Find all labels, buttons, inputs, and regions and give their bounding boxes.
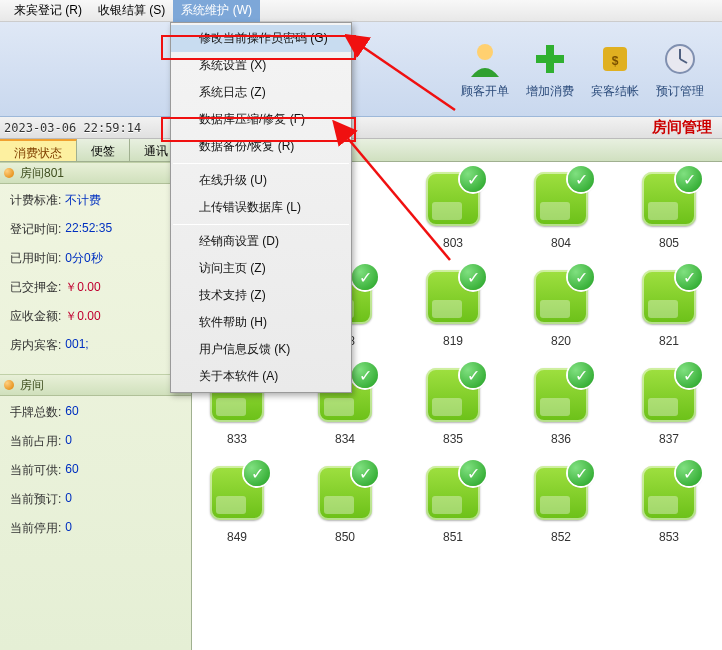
room-icon: ✓ [318,466,372,520]
room-item[interactable]: ✓820 [526,270,596,348]
menu-guest[interactable]: 来宾登记 (R) [6,0,90,22]
room-item[interactable]: ✓850 [310,466,380,544]
check-icon: ✓ [244,460,270,486]
room-item[interactable]: ✓803 [418,172,488,250]
room-label: 803 [443,236,463,250]
tb-checkout[interactable]: $ 宾客结帐 [582,22,647,116]
tb-add-consume[interactable]: 增加消费 [517,22,582,116]
toolbar: 顾客开单 增加消费 $ 宾客结帐 预订管理 [0,22,722,117]
tab-consume-status[interactable]: 消费状态 [0,139,77,161]
check-icon: ✓ [568,362,594,388]
tab-bar: 消费状态 便签 通讯 [0,139,722,162]
room-label: 833 [227,432,247,446]
room-label: 850 [335,530,355,544]
mi-db-backup[interactable]: 数据备份/恢复 (R) [171,133,351,160]
room-icon: ✓ [426,466,480,520]
check-icon: ✓ [568,166,594,192]
room-label: 837 [659,432,679,446]
menu-system[interactable]: 系统维护 (W) [173,0,260,22]
room-item[interactable]: ✓821 [634,270,704,348]
check-icon: ✓ [460,460,486,486]
room-item[interactable]: ✓805 [634,172,704,250]
check-icon: ✓ [352,264,378,290]
section-title: 房间管理 [652,118,712,137]
mi-tech-support[interactable]: 技术支持 (Z) [171,282,351,309]
mi-system-log[interactable]: 系统日志 (Z) [171,79,351,106]
menu-cashier[interactable]: 收银结算 (S) [90,0,173,22]
room-icon: ✓ [642,172,696,226]
sidebar: 房间801 计费标准:不计费 登记时间:22:52:35 已用时间:0分0秒 已… [0,162,192,650]
check-icon: ✓ [460,166,486,192]
room-label: 853 [659,530,679,544]
header-strip: 2023-03-06 22:59:14 房间管理 [0,117,722,139]
panel-room-info-head: 房间801 [0,162,191,184]
check-icon: ✓ [676,460,702,486]
mi-change-password[interactable]: 修改当前操作员密码 (G) [171,25,351,52]
room-icon: ✓ [534,368,588,422]
check-icon: ✓ [352,362,378,388]
room-icon: ✓ [534,172,588,226]
room-item[interactable]: ✓835 [418,368,488,446]
svg-text:$: $ [611,54,618,68]
check-icon: ✓ [568,264,594,290]
check-icon: ✓ [676,166,702,192]
check-icon: ✓ [352,460,378,486]
money-icon: $ [595,39,635,79]
room-label: 852 [551,530,571,544]
svg-rect-2 [536,55,564,63]
room-item[interactable]: ✓804 [526,172,596,250]
room-item[interactable]: ✓837 [634,368,704,446]
mi-feedback[interactable]: 用户信息反馈 (K) [171,336,351,363]
mi-about[interactable]: 关于本软件 (A) [171,363,351,390]
mi-help[interactable]: 软件帮助 (H) [171,309,351,336]
plus-icon [530,39,570,79]
room-label: 821 [659,334,679,348]
check-icon: ✓ [676,264,702,290]
menu-bar: 来宾登记 (R) 收银结算 (S) 系统维护 (W) [0,0,722,22]
tb-reservation[interactable]: 预订管理 [647,22,712,116]
room-label: 849 [227,530,247,544]
room-label: 836 [551,432,571,446]
room-item[interactable]: ✓851 [418,466,488,544]
mi-db-compress[interactable]: 数据库压缩/修复 (F) [171,106,351,133]
check-icon: ✓ [568,460,594,486]
room-label: 805 [659,236,679,250]
room-icon: ✓ [534,270,588,324]
mi-upload-errordb[interactable]: 上传错误数据库 (L) [171,194,351,221]
room-icon: ✓ [426,368,480,422]
mi-dealer-settings[interactable]: 经销商设置 (D) [171,228,351,255]
room-label: 834 [335,432,355,446]
room-label: 819 [443,334,463,348]
system-menu-dropdown: 修改当前操作员密码 (G) 系统设置 (X) 系统日志 (Z) 数据库压缩/修复… [170,22,352,393]
room-item[interactable]: ✓819 [418,270,488,348]
room-icon: ✓ [534,466,588,520]
mi-homepage[interactable]: 访问主页 (Z) [171,255,351,282]
mi-system-settings[interactable]: 系统设置 (X) [171,52,351,79]
tb-open-order[interactable]: 顾客开单 [452,22,517,116]
timestamp: 2023-03-06 22:59:14 [4,121,141,135]
check-icon: ✓ [460,264,486,290]
clock-icon [660,39,700,79]
room-item[interactable]: ✓836 [526,368,596,446]
person-icon [465,39,505,79]
svg-point-0 [477,44,493,60]
room-icon: ✓ [642,270,696,324]
room-label: 804 [551,236,571,250]
room-icon: ✓ [642,466,696,520]
room-label: 820 [551,334,571,348]
tab-notes[interactable]: 便签 [77,139,130,161]
room-item[interactable]: ✓853 [634,466,704,544]
room-icon: ✓ [426,270,480,324]
room-icon: ✓ [642,368,696,422]
room-label: 835 [443,432,463,446]
room-item[interactable]: ✓849 [202,466,272,544]
room-item[interactable]: ✓852 [526,466,596,544]
mi-online-upgrade[interactable]: 在线升级 (U) [171,167,351,194]
check-icon: ✓ [676,362,702,388]
panel-room-head: 房间 [0,374,191,396]
bullet-icon [4,380,14,390]
check-icon: ✓ [460,362,486,388]
room-icon: ✓ [210,466,264,520]
room-icon: ✓ [426,172,480,226]
bullet-icon [4,168,14,178]
